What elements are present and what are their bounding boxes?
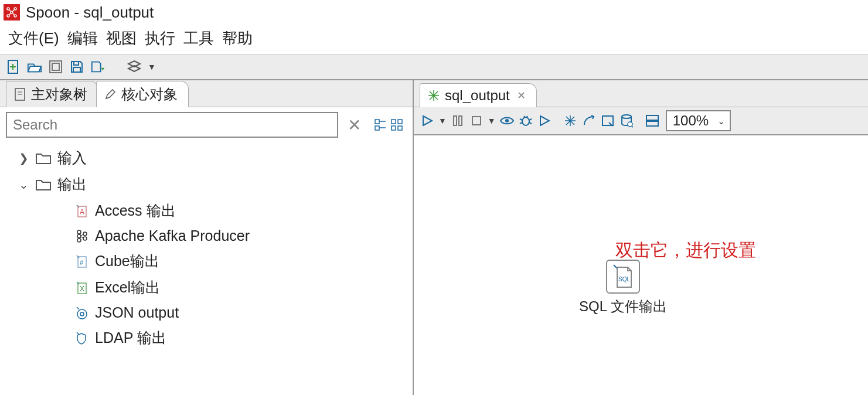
svg-line-5 <box>9 10 11 11</box>
debug-icon[interactable] <box>518 113 533 128</box>
tree-item-kafka[interactable]: Apache Kafka Producer <box>6 224 410 248</box>
menu-edit[interactable]: 编辑 <box>67 28 98 49</box>
right-panel: sql_output ✕ ▼ ▼ <box>414 80 868 395</box>
menu-run[interactable]: 执行 <box>145 28 175 49</box>
close-tab-icon[interactable]: ✕ <box>517 89 526 102</box>
sql-icon[interactable] <box>600 113 615 128</box>
tree-item-access[interactable]: A Access 输出 <box>6 198 410 224</box>
menu-file[interactable]: 文件(E) <box>8 28 59 49</box>
svg-rect-23 <box>392 120 396 124</box>
tree-label: 输出 <box>57 175 87 194</box>
svg-line-6 <box>13 10 14 11</box>
run-icon[interactable] <box>420 113 435 128</box>
tab-core-objects-label: 核心对象 <box>121 85 178 104</box>
svg-point-29 <box>77 230 81 234</box>
tree-item-excel[interactable]: X Excel输出 <box>6 274 410 301</box>
new-file-icon[interactable] <box>6 59 21 74</box>
access-icon: A <box>74 203 89 219</box>
menu-tools[interactable]: 工具 <box>183 28 214 49</box>
tree[interactable]: ❯ 输入 ⌄ 输出 A Access 输出 <box>0 142 413 395</box>
svg-line-52 <box>529 122 532 124</box>
svg-rect-14 <box>74 62 79 65</box>
tab-core-objects[interactable]: 核心对象 <box>96 81 189 107</box>
svg-point-30 <box>77 239 81 242</box>
perspective-dropdown-icon[interactable]: ▼ <box>148 62 156 71</box>
svg-point-42 <box>77 309 87 319</box>
save-icon[interactable] <box>69 59 84 74</box>
chevron-down-icon: ⌄ <box>18 178 29 192</box>
stop-dropdown-icon[interactable]: ▼ <box>488 116 496 125</box>
kafka-icon <box>74 229 89 244</box>
svg-rect-26 <box>398 126 402 130</box>
excel-icon: X <box>74 280 89 295</box>
clear-search-icon[interactable]: ✕ <box>343 115 366 135</box>
svg-rect-59 <box>646 115 658 120</box>
preview-icon[interactable] <box>499 113 515 128</box>
pencil-icon <box>103 87 118 102</box>
expand-all-icon[interactable] <box>374 118 387 131</box>
svg-point-2 <box>7 15 9 17</box>
replay-icon[interactable] <box>537 113 552 128</box>
svg-rect-20 <box>375 126 379 130</box>
step-sql-file-output[interactable]: SQL SQL 文件输出 <box>579 260 667 316</box>
svg-rect-46 <box>472 117 481 125</box>
tab-main-tree[interactable]: 主对象树 <box>6 81 98 107</box>
collapse-all-icon[interactable] <box>390 118 403 131</box>
show-results-icon[interactable] <box>645 113 660 128</box>
folder-icon <box>35 178 52 192</box>
svg-text:SQL: SQL <box>618 276 630 282</box>
document-icon <box>12 87 28 102</box>
svg-point-48 <box>522 117 529 125</box>
titlebar: Spoon - sql_output <box>0 0 868 25</box>
svg-point-1 <box>14 8 16 10</box>
menu-help[interactable]: 帮助 <box>222 28 253 49</box>
step-label: SQL 文件输出 <box>579 297 667 316</box>
menu-view[interactable]: 视图 <box>106 28 137 49</box>
cube-icon: # <box>74 254 89 269</box>
zoom-select[interactable]: 100% ⌄ <box>666 110 731 131</box>
svg-line-50 <box>529 119 532 120</box>
editor-tab-label: sql_output <box>445 87 510 104</box>
perspective-icon[interactable] <box>127 59 142 74</box>
tree-item-cube[interactable]: # Cube输出 <box>6 248 410 274</box>
svg-point-3 <box>14 15 16 17</box>
svg-rect-15 <box>73 67 80 72</box>
svg-point-57 <box>628 122 632 127</box>
tree-folder-output[interactable]: ⌄ 输出 <box>6 171 410 198</box>
chevron-down-icon: ⌄ <box>717 115 725 127</box>
svg-point-0 <box>7 8 9 10</box>
tab-sql-output[interactable]: sql_output ✕ <box>420 83 537 107</box>
explore-db-icon[interactable] <box>619 113 634 128</box>
svg-line-8 <box>13 13 14 15</box>
tree-folder-input[interactable]: ❯ 输入 <box>6 145 410 171</box>
svg-rect-60 <box>646 121 658 126</box>
annotation-text: 双击它，进行设置 <box>615 239 756 263</box>
svg-rect-44 <box>454 116 457 125</box>
svg-line-7 <box>9 13 11 15</box>
svg-point-47 <box>505 119 509 122</box>
main-toolbar: ▼ <box>0 55 868 80</box>
open-icon[interactable] <box>27 59 42 74</box>
stop-icon[interactable] <box>469 113 484 128</box>
verify-icon[interactable] <box>563 113 578 128</box>
svg-rect-25 <box>392 126 396 130</box>
impact-icon[interactable] <box>581 113 597 128</box>
svg-point-56 <box>622 115 631 118</box>
json-icon <box>74 305 89 321</box>
tab-main-tree-label: 主对象树 <box>31 85 87 104</box>
save-as-icon[interactable] <box>90 59 105 74</box>
pause-icon[interactable] <box>450 113 465 128</box>
app-icon <box>4 4 20 21</box>
svg-rect-13 <box>52 63 59 70</box>
search-input[interactable] <box>6 112 338 138</box>
svg-text:A: A <box>80 208 84 216</box>
search-row: ✕ <box>0 107 413 142</box>
tree-item-ldap[interactable]: LDAP 输出 <box>6 325 410 351</box>
transformation-icon <box>426 88 441 103</box>
canvas[interactable]: 双击它，进行设置 SQL SQL 文件输出 <box>414 135 868 395</box>
run-dropdown-icon[interactable]: ▼ <box>438 116 447 125</box>
svg-rect-19 <box>375 120 379 124</box>
tree-item-json[interactable]: JSON output <box>6 301 410 325</box>
sql-file-icon: SQL <box>606 260 640 294</box>
explore-icon[interactable] <box>48 59 63 74</box>
